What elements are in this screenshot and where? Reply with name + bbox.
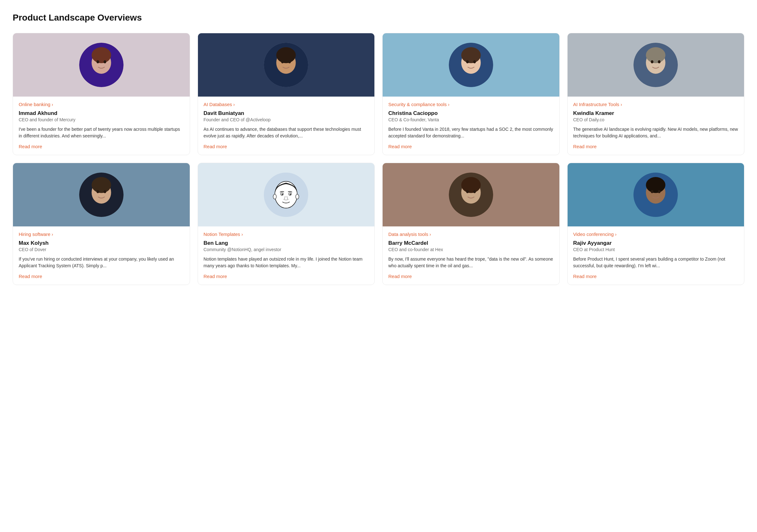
card-image-2 bbox=[198, 33, 375, 97]
card-category-4[interactable]: AI Infrastructure Tools › bbox=[573, 102, 739, 107]
page-title: Product Landscape Overviews bbox=[13, 13, 744, 23]
author-name-3: Christina Cacioppo bbox=[388, 110, 554, 117]
author-title-5: CEO of Dover bbox=[19, 247, 184, 252]
author-name-6: Ben Lang bbox=[204, 240, 369, 246]
chevron-icon-2: › bbox=[233, 102, 235, 107]
chevron-icon-1: › bbox=[52, 102, 53, 107]
svg-point-48 bbox=[658, 190, 660, 193]
author-name-7: Barry McCardel bbox=[388, 240, 554, 246]
card-image-7 bbox=[382, 163, 560, 226]
avatar-circle-4 bbox=[633, 43, 678, 87]
author-title-6: Community @NotionHQ, angel investor bbox=[204, 247, 369, 252]
card-body-6: Notion Templates › Ben Lang Community @N… bbox=[198, 226, 375, 285]
svg-point-17 bbox=[473, 60, 476, 63]
svg-point-28 bbox=[96, 190, 99, 193]
author-title-1: CEO and founder of Mercury bbox=[19, 117, 184, 122]
card-body-1: Online banking › Immad Akhund CEO and fo… bbox=[13, 97, 190, 155]
card-category-8[interactable]: Video conferencing › bbox=[573, 231, 739, 237]
card-body-8: Video conferencing › Rajiv Ayyangar CEO … bbox=[568, 226, 744, 285]
svg-point-4 bbox=[96, 60, 99, 63]
card-4: AI Infrastructure Tools › Kwindla Kramer… bbox=[567, 33, 745, 155]
avatar-circle-5 bbox=[79, 173, 124, 217]
read-more-link-2[interactable]: Read more bbox=[204, 144, 369, 149]
card-body-5: Hiring software › Max Kolysh CEO of Dove… bbox=[13, 226, 190, 285]
category-label-8: Video conferencing bbox=[573, 231, 614, 237]
chevron-icon-3: › bbox=[448, 102, 449, 107]
author-title-8: CEO at Product Hunt bbox=[573, 247, 739, 252]
avatar-circle-6 bbox=[264, 173, 308, 217]
category-label-7: Data analysis tools bbox=[388, 231, 428, 237]
author-title-4: CEO of Daily.co bbox=[573, 117, 739, 122]
read-more-link-7[interactable]: Read more bbox=[388, 274, 554, 279]
svg-point-40 bbox=[461, 177, 481, 193]
author-name-8: Rajiv Ayyangar bbox=[573, 240, 739, 246]
avatar-circle-1 bbox=[79, 43, 124, 87]
category-label-2: AI Databases bbox=[204, 102, 232, 107]
svg-point-27 bbox=[92, 177, 111, 193]
category-label-6: Notion Templates bbox=[204, 231, 240, 237]
read-more-link-1[interactable]: Read more bbox=[19, 144, 184, 149]
card-category-3[interactable]: Security & compliance tools › bbox=[388, 102, 554, 107]
card-2: AI Databases › Davit Buniatyan Founder a… bbox=[197, 33, 375, 155]
category-label-5: Hiring software bbox=[19, 231, 50, 237]
author-name-5: Max Kolysh bbox=[19, 240, 184, 246]
category-label-3: Security & compliance tools bbox=[388, 102, 447, 107]
cards-grid: Online banking › Immad Akhund CEO and fo… bbox=[13, 33, 744, 285]
chevron-icon-5: › bbox=[52, 232, 53, 237]
card-excerpt-6: Notion templates have played an outsized… bbox=[204, 256, 369, 269]
author-name-2: Davit Buniatyan bbox=[204, 110, 369, 117]
author-title-7: CEO and co-founder at Hex bbox=[388, 247, 554, 252]
read-more-link-8[interactable]: Read more bbox=[573, 274, 739, 279]
card-excerpt-4: The generative AI landscape is evolving … bbox=[573, 126, 739, 139]
svg-point-29 bbox=[104, 190, 106, 193]
svg-point-47 bbox=[651, 190, 653, 193]
card-image-1 bbox=[13, 33, 190, 97]
card-image-5 bbox=[13, 163, 190, 226]
read-more-link-5[interactable]: Read more bbox=[19, 274, 184, 279]
card-7: Data analysis tools › Barry McCardel CEO… bbox=[382, 163, 560, 285]
svg-point-3 bbox=[92, 47, 111, 63]
card-body-3: Security & compliance tools › Christina … bbox=[382, 97, 560, 155]
read-more-link-4[interactable]: Read more bbox=[573, 144, 739, 149]
category-label-4: AI Infrastructure Tools bbox=[573, 102, 620, 107]
card-body-4: AI Infrastructure Tools › Kwindla Kramer… bbox=[568, 97, 744, 155]
card-6: Notion Templates › Ben Lang Community @N… bbox=[197, 163, 375, 285]
read-more-link-6[interactable]: Read more bbox=[204, 274, 369, 279]
chevron-icon-6: › bbox=[241, 232, 243, 237]
card-image-8 bbox=[568, 163, 744, 226]
card-body-2: AI Databases › Davit Buniatyan Founder a… bbox=[198, 97, 375, 155]
svg-point-34 bbox=[290, 193, 291, 195]
svg-point-42 bbox=[473, 190, 476, 193]
card-excerpt-3: Before I founded Vanta in 2018, very few… bbox=[388, 126, 554, 139]
svg-point-9 bbox=[276, 47, 296, 63]
avatar-circle-7 bbox=[449, 173, 493, 217]
svg-point-30 bbox=[275, 181, 297, 208]
card-image-3 bbox=[382, 33, 560, 97]
chevron-icon-4: › bbox=[621, 102, 622, 107]
category-label-1: Online banking bbox=[19, 102, 50, 107]
card-excerpt-7: By now, I'll assume everyone has heard t… bbox=[388, 256, 554, 269]
card-image-6 bbox=[198, 163, 375, 226]
author-title-3: CEO & Co-founder, Vanta bbox=[388, 117, 554, 122]
svg-point-22 bbox=[651, 60, 653, 63]
author-title-2: Founder and CEO of @Activeloop bbox=[204, 117, 369, 122]
card-excerpt-5: If you've run hiring or conducted interv… bbox=[19, 256, 184, 269]
card-category-2[interactable]: AI Databases › bbox=[204, 102, 369, 107]
read-more-link-3[interactable]: Read more bbox=[388, 144, 554, 149]
card-category-1[interactable]: Online banking › bbox=[19, 102, 184, 107]
svg-point-10 bbox=[281, 60, 284, 63]
svg-point-41 bbox=[466, 190, 469, 193]
chevron-icon-7: › bbox=[430, 232, 431, 237]
svg-point-5 bbox=[104, 60, 106, 63]
svg-point-16 bbox=[466, 60, 469, 63]
card-category-7[interactable]: Data analysis tools › bbox=[388, 231, 554, 237]
avatar-circle-8 bbox=[633, 173, 678, 217]
card-category-6[interactable]: Notion Templates › bbox=[204, 231, 369, 237]
svg-point-35 bbox=[273, 194, 277, 199]
svg-point-33 bbox=[282, 193, 283, 195]
author-name-4: Kwindla Kramer bbox=[573, 110, 739, 117]
card-category-5[interactable]: Hiring software › bbox=[19, 231, 184, 237]
svg-point-21 bbox=[646, 47, 665, 63]
card-5: Hiring software › Max Kolysh CEO of Dove… bbox=[13, 163, 190, 285]
card-8: Video conferencing › Rajiv Ayyangar CEO … bbox=[567, 163, 745, 285]
